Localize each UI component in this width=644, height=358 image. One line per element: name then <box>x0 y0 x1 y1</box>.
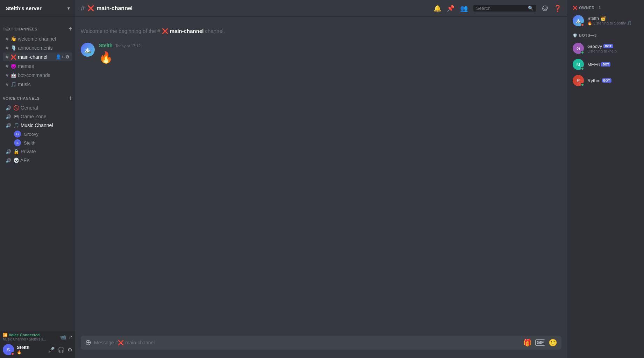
channel-hash-icon: # <box>81 4 85 12</box>
mic-icon[interactable]: 🎤 <box>48 346 55 353</box>
voice-video-icon[interactable]: 📹 <box>60 334 66 340</box>
add-voice-channel-button[interactable]: + <box>69 94 72 102</box>
member-name-groovy: Groovy BOT <box>587 44 638 49</box>
member-avatar-stelth: 🏔️ <box>573 15 584 26</box>
text-channels-header[interactable]: TEXT CHANNELS + <box>0 20 75 34</box>
emoji-icon[interactable]: 🙂 <box>549 338 557 347</box>
message-group: 🏔️ Stelth Today at 17:12 🔥 <box>81 43 561 65</box>
owner-section-label: ❌ OWNER—1 <box>573 6 601 10</box>
chat-input-box: ⊕ 🎁 GIF 🙂 <box>81 336 561 350</box>
headphones-icon[interactable]: 🎧 <box>58 346 65 353</box>
voice-member-groovy[interactable]: G Groovy <box>3 130 72 138</box>
voice-connected-label: 📶 Voice Connected <box>3 333 46 337</box>
mee6-status-dot <box>581 67 584 70</box>
settings-icon[interactable]: ⚙ <box>65 54 70 59</box>
chat-input[interactable] <box>94 336 520 350</box>
bots-section-label: 🛡️ BOTS—3 <box>573 33 597 38</box>
username: Stelth <box>17 345 48 350</box>
channel-item-music[interactable]: # 🎵 music <box>3 80 72 89</box>
member-item-mee6[interactable]: M MEE6 BOT <box>570 57 641 72</box>
right-sidebar: ❌ OWNER—1 🏔️ Stelth 👑 🔥 Listening to Spo… <box>567 0 644 358</box>
member-avatar-groovy: G <box>573 43 584 54</box>
member-avatar-mee6: M <box>573 59 584 70</box>
groovy-status-dot <box>581 51 584 54</box>
user-controls: 🎤 🎧 ⚙ <box>48 346 72 353</box>
channel-icon-memes: # <box>6 63 8 69</box>
user-status-emoji: 🔥 <box>17 350 48 355</box>
voice-member-groovy-name: Groovy <box>24 132 38 137</box>
channel-item-announcements[interactable]: # 🎙️ announcements <box>3 43 72 52</box>
voice-channel-name-gamezone: 🎮 Game Zone <box>13 114 46 119</box>
notification-bell-icon[interactable]: 🔔 <box>434 5 441 12</box>
message-author: Stelth <box>99 43 113 48</box>
user-status-dot <box>11 352 14 356</box>
voice-channel-general[interactable]: 🔊 🚫 General <box>3 104 72 112</box>
header-actions: 🔔 📌 👥 🔍 @ ❓ <box>434 5 561 12</box>
channel-header: # ❌ main-channel 🔔 📌 👥 🔍 @ ❓ <box>75 0 567 17</box>
channel-item-welcome[interactable]: # 👋 welcome-channel <box>3 34 72 43</box>
voice-connected-bar: 📶 Voice Connected Music Channel / Stelth… <box>0 331 75 343</box>
groovy-bot-badge: BOT <box>603 44 613 48</box>
channel-start: Welcome to the beginning of the # ❌ main… <box>81 22 561 43</box>
gift-icon[interactable]: 🎁 <box>523 338 532 347</box>
voice-bar-actions: 📹 ↗ <box>60 334 72 340</box>
channel-item-bot-commands[interactable]: # 🤖 bot-commands <box>3 71 72 79</box>
voice-member-stelth-name: Stelth <box>24 140 35 146</box>
voice-channel-name-private: 🔒 Private <box>13 149 36 154</box>
member-item-stelth[interactable]: 🏔️ Stelth 👑 🔥 Listening to Spotify 🎵 <box>570 13 641 28</box>
voice-channel-private[interactable]: 🔊 🔒 Private <box>3 147 72 156</box>
settings-gear-icon[interactable]: ⚙ <box>67 346 72 353</box>
message-header: Stelth Today at 17:12 <box>99 43 561 48</box>
voice-icon-gamezone: 🔊 <box>6 114 11 119</box>
channel-icon-music: # <box>6 81 8 87</box>
voice-member-stelth[interactable]: S Stelth <box>3 139 72 147</box>
search-input[interactable] <box>476 6 526 11</box>
rythm-status-dot <box>581 83 584 86</box>
search-icon: 🔍 <box>528 6 534 11</box>
user-info-bar: S Stelth 🔥 🎤 🎧 ⚙ <box>0 343 75 358</box>
rythm-bot-badge: BOT <box>602 78 611 83</box>
voice-icon-music: 🔊 <box>6 123 11 128</box>
bots-section-header: 🛡️ BOTS—3 <box>570 33 641 41</box>
add-text-channel-button[interactable]: + <box>69 25 72 33</box>
voice-disconnect-icon[interactable]: ↗ <box>68 334 72 340</box>
member-info-stelth: Stelth 👑 🔥 Listening to Spotify 🎵 <box>587 16 638 26</box>
server-header[interactable]: Stelth's server ▾ <box>0 0 75 17</box>
add-member-icon[interactable]: 👤+ <box>56 54 64 59</box>
at-icon[interactable]: @ <box>542 5 548 12</box>
gif-icon[interactable]: GIF <box>535 339 545 346</box>
text-channels-label: TEXT CHANNELS <box>3 27 37 31</box>
voice-channel-afk[interactable]: 🔊 💀 AFK <box>3 156 72 164</box>
channel-item-main-channel[interactable]: # ❌ main-channel 👤+ ⚙ <box>3 52 72 61</box>
voice-channel-name-afk: 💀 AFK <box>13 157 30 163</box>
voice-icon-private: 🔊 <box>6 149 11 154</box>
member-name-mee6: MEE6 BOT <box>587 62 638 67</box>
main-content: # ❌ main-channel 🔔 📌 👥 🔍 @ ❓ Welcome to … <box>75 0 567 358</box>
voice-channel-gamezone[interactable]: 🔊 🎮 Game Zone <box>3 112 72 121</box>
chat-actions: 🎁 GIF 🙂 <box>523 338 557 347</box>
user-avatar: S <box>3 344 14 355</box>
search-bar[interactable]: 🔍 <box>473 5 536 12</box>
chat-attach-button[interactable]: ⊕ <box>85 338 91 347</box>
stelth-status-dot <box>581 23 584 27</box>
pin-icon[interactable]: 📌 <box>447 5 455 12</box>
channel-welcome-name: main-channel <box>170 28 204 34</box>
message-content: Stelth Today at 17:12 🔥 <box>99 43 561 65</box>
message-avatar-stelth: 🏔️ <box>81 43 95 57</box>
member-item-rythm[interactable]: R Rythm BOT <box>570 73 641 88</box>
voice-icon-general: 🔊 <box>6 105 11 111</box>
channel-name-announcements: 🎙️ announcements <box>10 45 70 51</box>
member-avatar-rythm: R <box>573 75 584 86</box>
member-activity-groovy: Listening to -help <box>587 49 638 53</box>
members-icon[interactable]: 👥 <box>460 5 468 12</box>
voice-connected-sublabel: Music Channel / Stelth's s... <box>3 337 46 341</box>
member-name-stelth: Stelth 👑 <box>587 16 638 21</box>
voice-channel-music[interactable]: 🔊 🎵 Music Channel <box>3 121 72 129</box>
help-icon[interactable]: ❓ <box>554 5 561 12</box>
channel-item-memes[interactable]: # 😈 memes <box>3 62 72 70</box>
channel-warn-icon: ❌ <box>87 5 94 12</box>
member-activity-stelth: 🔥 Listening to Spotify 🎵 <box>587 21 638 26</box>
voice-channels-header[interactable]: VOICE CHANNELS + <box>0 89 75 103</box>
member-item-groovy[interactable]: G Groovy BOT Listening to -help <box>570 41 641 56</box>
member-name-rythm: Rythm BOT <box>587 78 638 83</box>
